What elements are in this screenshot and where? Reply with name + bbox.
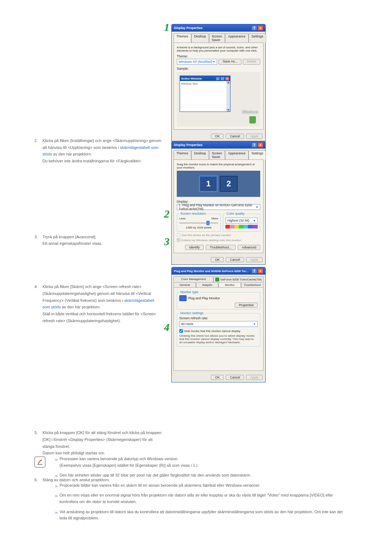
close-icon[interactable]: ×: [258, 142, 263, 147]
monitor-advanced-properties: Plug and Play Monitor and NVIDIA GeForce…: [171, 267, 266, 382]
resolution-legend: Screen resolution: [179, 212, 207, 215]
tab-screensaver[interactable]: Screen Saver: [209, 33, 225, 42]
step-number: 4.: [34, 283, 42, 324]
windows-logo: Windows: [242, 110, 258, 114]
window-title: Display Properties: [174, 26, 203, 30]
bullet-icon: ≫: [54, 473, 60, 477]
theme-dropdown[interactable]: Windows XP (Modified) ▼: [177, 59, 217, 65]
tab-troubleshoot[interactable]: Troubleshoot: [241, 282, 264, 287]
slider-thumb[interactable]: [207, 221, 209, 225]
recycle-bin-icon: [249, 116, 256, 123]
identify-button[interactable]: Identify: [185, 245, 204, 250]
step-numeral-3: 3: [164, 235, 170, 248]
properties-button[interactable]: Properties: [235, 303, 258, 308]
save-as-button[interactable]: Save As...: [219, 59, 241, 65]
hide-modes-label: Hide modes that this monitor cannot disp…: [184, 329, 240, 333]
bullet-icon: ≫: [54, 493, 60, 497]
step-number: 5.: [34, 429, 42, 457]
tab-appearance[interactable]: Appearance: [225, 33, 249, 42]
apply-button: Apply: [246, 134, 262, 139]
resolution-slider[interactable]: [179, 222, 218, 224]
troubleshoot-button[interactable]: Troubleshoot...: [206, 245, 236, 250]
tab-adapter[interactable]: Adapter: [196, 282, 219, 287]
monitor-2[interactable]: 2: [220, 176, 238, 192]
tab-desktop[interactable]: Desktop: [191, 33, 209, 42]
step-text: Klicka på fliken [Inställningar] och ang…: [42, 137, 162, 165]
monitor-1[interactable]: 1: [199, 176, 217, 192]
tab-screensaver[interactable]: Screen Saver: [209, 150, 225, 159]
maximize-icon: □: [221, 77, 224, 80]
ok-button[interactable]: OK: [211, 134, 224, 139]
notes-block: ≫ Processen kan variera beroende på dato…: [34, 456, 350, 525]
resolution-value: 1280 by 1024 pixels: [179, 226, 218, 229]
help-icon[interactable]: ?: [252, 142, 257, 147]
active-window-title: Active Window: [181, 77, 202, 80]
tab-desktop[interactable]: Desktop: [191, 150, 209, 159]
refresh-rate-dropdown[interactable]: 60 Hertz ▼: [179, 321, 258, 327]
svg-rect-0: [37, 464, 42, 465]
theme-value: Windows XP (Modified): [179, 60, 212, 64]
bullet-icon: ≫: [54, 457, 60, 461]
display-dropdown[interactable]: 1. Plug and Play Monitor on NVIDIA GeFor…: [177, 204, 260, 210]
close-icon[interactable]: ×: [258, 25, 263, 31]
extend-desktop-checkbox: [177, 238, 180, 242]
tab-color-management[interactable]: Color Management: [173, 276, 213, 282]
cancel-button[interactable]: Cancel: [226, 134, 244, 139]
cancel-button[interactable]: Cancel: [226, 257, 244, 262]
extend-desktop-label: Extend my Windows desktop onto this moni…: [181, 239, 242, 242]
chevron-down-icon: ▼: [213, 60, 216, 64]
step-number: 3.: [34, 234, 42, 247]
color-quality-dropdown[interactable]: Highest (32 bit) ▼: [225, 218, 258, 223]
monitor-arrangement[interactable]: 1 2: [177, 171, 260, 197]
refresh-rate-label: Screen refresh rate:: [179, 316, 258, 320]
window-title: Plug and Play Monitor and NVIDIA GeForce…: [174, 270, 248, 273]
note-list: ≫ Processen kan variera beroende på dato…: [54, 456, 350, 522]
chevron-down-icon: ▼: [256, 206, 258, 209]
step-numeral-2: 2: [164, 208, 170, 220]
tab-general[interactable]: General: [173, 282, 196, 287]
step-text: Tryck på knappen [Avancerat]. Ett annat …: [42, 234, 162, 247]
display-label: Display:: [177, 200, 260, 203]
color-quality-legend: Color quality: [225, 212, 246, 215]
window-titlebar: Display Properties ? ×: [172, 24, 265, 32]
window-title: Display Properties: [174, 143, 203, 147]
tab-geforce[interactable]: GeForce 6200 TurboCache(TM): [213, 276, 264, 282]
monitor-type-legend: Monitor type: [179, 290, 200, 294]
help-icon[interactable]: ?: [252, 268, 257, 274]
scroll-down-icon: ▼: [226, 109, 230, 112]
delete-button: Delete: [243, 59, 260, 65]
tab-body: A theme is a background plus a set of so…: [173, 42, 264, 130]
help-icon[interactable]: ?: [252, 25, 257, 31]
window-text: Window Text: [181, 82, 197, 85]
apply-button: Apply: [246, 257, 262, 262]
hide-modes-desc: Clearing this check box allows you to se…: [179, 334, 258, 344]
tab-settings[interactable]: Settings: [249, 33, 266, 42]
display-properties-settings: Display Properties ? × Themes Desktop Sc…: [171, 141, 266, 265]
monitor-icon: [179, 295, 187, 301]
step-numeral-1: 1: [164, 21, 170, 33]
hide-modes-checkbox[interactable]: [179, 329, 183, 333]
more-label: More: [212, 217, 218, 220]
color-quality-value: Highest (32 bit): [227, 219, 249, 222]
tab-monitor[interactable]: Monitor: [219, 282, 241, 287]
tab-themes[interactable]: Themes: [173, 150, 191, 159]
primary-monitor-checkbox: [177, 233, 180, 237]
display-value: 1. Plug and Play Monitor on NVIDIA GeFor…: [179, 203, 256, 211]
tab-body: Monitor type Plug and Play Monitor Prope…: [173, 287, 264, 371]
tab-settings[interactable]: Settings: [249, 150, 266, 159]
chevron-down-icon: ▼: [253, 219, 256, 222]
step-text: Klicka på knappen [OK] för att stäng fön…: [42, 429, 162, 457]
tab-appearance[interactable]: Appearance: [225, 150, 249, 159]
step-number: 2.: [34, 137, 42, 165]
cancel-button[interactable]: Cancel: [226, 375, 244, 380]
advanced-button[interactable]: Advanced: [238, 245, 260, 250]
close-icon[interactable]: ×: [258, 268, 263, 274]
ok-button[interactable]: OK: [211, 375, 224, 380]
sample-area: Active Window – □ × Window Text ▲ ▼: [177, 72, 260, 126]
window-titlebar: Plug and Play Monitor and NVIDIA GeForce…: [172, 267, 265, 275]
ok-button[interactable]: OK: [211, 257, 224, 262]
window-titlebar: Display Properties ? ×: [172, 141, 265, 149]
tab-themes[interactable]: Themes: [173, 33, 191, 42]
primary-monitor-label: Use this device as the primary monitor.: [181, 234, 232, 237]
sample-label: Sample:: [177, 67, 260, 70]
